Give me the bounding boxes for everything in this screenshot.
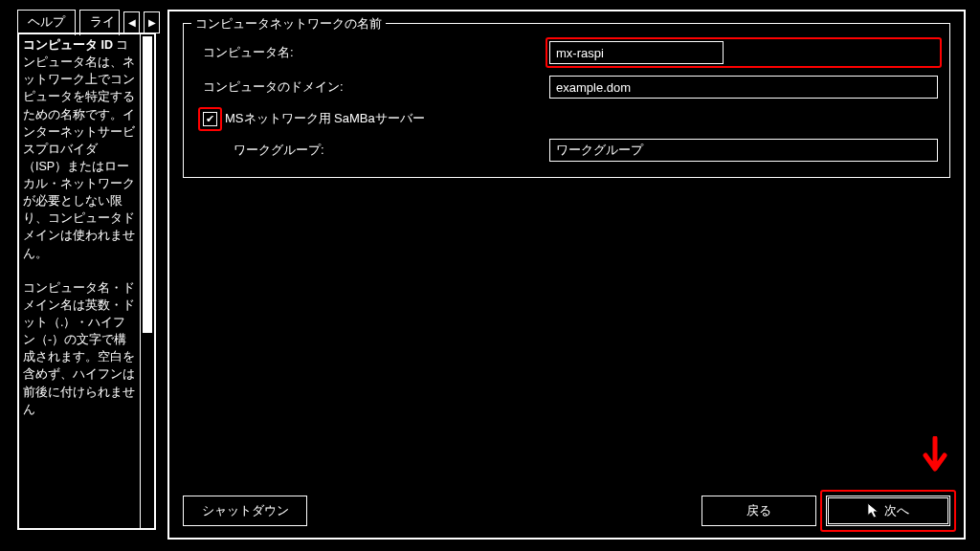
next-button-label: 次へ: [884, 502, 909, 519]
shutdown-button[interactable]: シャットダウン: [183, 496, 307, 526]
row-domain: コンピュータのドメイン:: [195, 76, 938, 99]
help-heading: コンピュータ ID: [23, 38, 113, 52]
scrollbar[interactable]: [140, 34, 154, 528]
back-button[interactable]: 戻る: [702, 496, 816, 526]
tab-strip: ヘルプ ライ ◀ ▶: [17, 10, 160, 35]
row-computer-name: コンピュータ名:: [195, 41, 938, 64]
annotation-arrow-icon: [916, 436, 954, 480]
cursor-icon: [867, 502, 880, 519]
help-panel: コンピュータ ID コンピュータ名は、ネットワーク上でコンピュータを特定するため…: [17, 33, 156, 530]
main-panel: コンピュータネットワークの名前 コンピュータ名: コンピュータのドメイン: ✔: [167, 10, 966, 540]
network-name-fieldset: コンピュータネットワークの名前 コンピュータ名: コンピュータのドメイン: ✔: [183, 23, 950, 178]
help-para2: コンピュータ名・ドメイン名は英数・ドット（.）・ハイフン（-）の文字で構成されま…: [23, 281, 135, 416]
samba-checkbox[interactable]: ✔: [203, 112, 217, 126]
workgroup-label: ワークグループ:: [195, 142, 549, 159]
tab-second-truncated[interactable]: ライ: [79, 10, 120, 35]
domain-label: コンピュータのドメイン:: [195, 78, 549, 96]
samba-label: MSネットワーク用 SaMBaサーバー: [225, 110, 425, 127]
row-samba: ✔ MSネットワーク用 SaMBaサーバー: [195, 110, 938, 127]
button-row: シャットダウン 戻る 次へ: [183, 496, 950, 526]
domain-input[interactable]: [549, 76, 938, 99]
tab-help[interactable]: ヘルプ: [17, 10, 76, 35]
fieldset-legend: コンピュータネットワークの名前: [191, 15, 386, 33]
computer-name-input[interactable]: [549, 41, 724, 64]
help-para1: コンピュータ名は、ネットワーク上でコンピュータを特定するための名称です。インター…: [23, 38, 135, 260]
row-workgroup: ワークグループ:: [195, 139, 938, 162]
next-button[interactable]: 次へ: [826, 496, 950, 526]
scrollbar-thumb[interactable]: [143, 36, 152, 333]
tab-scroll-left-icon[interactable]: ◀: [123, 11, 140, 33]
computer-name-label: コンピュータ名:: [195, 44, 549, 61]
tab-scroll-right-icon[interactable]: ▶: [144, 11, 160, 33]
workgroup-input[interactable]: [549, 139, 938, 162]
help-text: コンピュータ ID コンピュータ名は、ネットワーク上でコンピュータを特定するため…: [19, 34, 140, 528]
